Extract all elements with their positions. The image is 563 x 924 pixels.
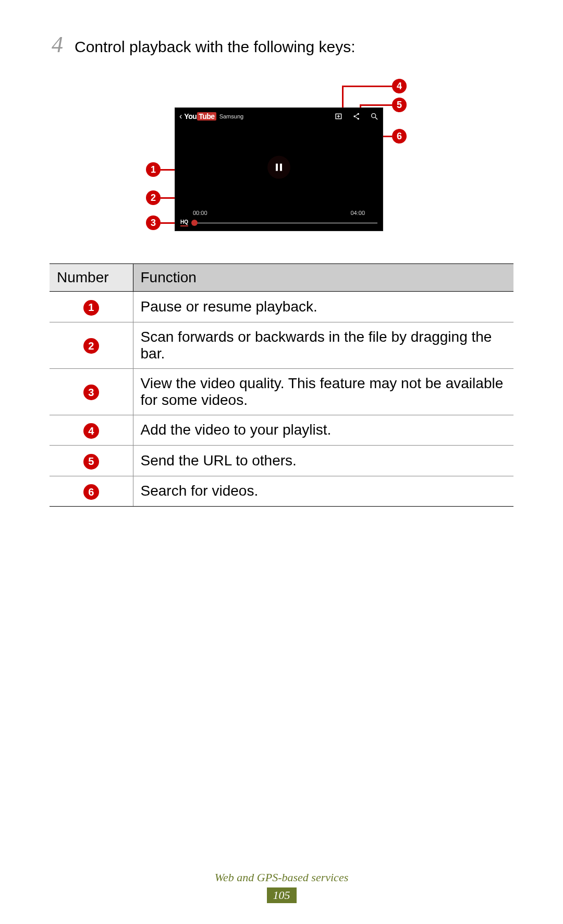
svg-point-8 xyxy=(372,114,376,118)
player-figure: 4 5 6 1 2 3 ‹ You Tube Sams xyxy=(146,79,417,241)
back-caret-icon[interactable]: ‹ xyxy=(179,112,182,121)
step-line: 4 Control playback with the following ke… xyxy=(50,31,513,58)
callout-line xyxy=(342,86,392,87)
row-number: 4 xyxy=(83,423,99,439)
page-footer: Web and GPS-based services 105 xyxy=(0,871,563,903)
row-number: 6 xyxy=(83,484,99,500)
footer-section: Web and GPS-based services xyxy=(0,871,563,884)
row-number: 3 xyxy=(83,385,99,400)
hq-button[interactable]: HQ xyxy=(180,219,188,226)
footer-page-number: 105 xyxy=(267,887,297,903)
function-table: Number Function 1 Pause or resume playba… xyxy=(50,263,513,507)
svg-line-9 xyxy=(375,117,377,119)
share-icon[interactable] xyxy=(352,112,361,121)
duration: 04:00 xyxy=(350,210,365,216)
row-fn: Add the video to your playlist. xyxy=(133,415,513,446)
row-number: 2 xyxy=(83,338,99,354)
callout-3: 3 xyxy=(146,215,161,230)
row-fn: View the video quality. This feature may… xyxy=(133,368,513,415)
callout-5: 5 xyxy=(392,98,407,112)
row-number: 1 xyxy=(83,300,99,316)
th-number: Number xyxy=(50,264,133,292)
callout-1: 1 xyxy=(146,162,161,177)
table-row: 3 View the video quality. This feature m… xyxy=(50,368,513,415)
add-to-playlist-icon[interactable] xyxy=(335,112,343,121)
pause-icon xyxy=(276,163,282,171)
row-fn: Search for videos. xyxy=(133,476,513,507)
callout-4: 4 xyxy=(392,79,407,93)
row-fn: Pause or resume playback. xyxy=(133,292,513,322)
table-row: 1 Pause or resume playback. xyxy=(50,292,513,322)
table-row: 4 Add the video to your playlist. xyxy=(50,415,513,446)
step-number: 4 xyxy=(50,31,65,58)
player-top-bar: ‹ You Tube Samsung xyxy=(175,108,383,125)
logo-you: You xyxy=(184,112,197,121)
video-player: ‹ You Tube Samsung xyxy=(175,107,383,231)
search-icon[interactable] xyxy=(370,112,378,121)
table-row: 6 Search for videos. xyxy=(50,476,513,507)
callout-line xyxy=(360,104,392,106)
row-fn: Send the URL to others. xyxy=(133,446,513,476)
row-number: 5 xyxy=(83,454,99,470)
logo-tube: Tube xyxy=(197,112,216,121)
step-text: Control playback with the following keys… xyxy=(75,38,356,56)
current-time: 00:00 xyxy=(193,210,207,216)
svg-line-6 xyxy=(355,114,358,116)
callout-6: 6 xyxy=(392,129,407,143)
video-title: Samsung xyxy=(219,113,243,119)
callout-2: 2 xyxy=(146,190,161,205)
table-row: 5 Send the URL to others. xyxy=(50,446,513,476)
th-function: Function xyxy=(133,264,513,292)
youtube-logo: You Tube xyxy=(184,112,216,121)
row-fn: Scan forwards or backwards in the file b… xyxy=(133,322,513,368)
seek-knob[interactable] xyxy=(191,220,198,226)
table-row: 2 Scan forwards or backwards in the file… xyxy=(50,322,513,368)
seek-bar[interactable] xyxy=(192,222,377,224)
player-bottom-bar: 00:00 04:00 HQ xyxy=(175,208,383,231)
svg-line-7 xyxy=(355,117,358,118)
pause-button[interactable] xyxy=(267,155,290,178)
